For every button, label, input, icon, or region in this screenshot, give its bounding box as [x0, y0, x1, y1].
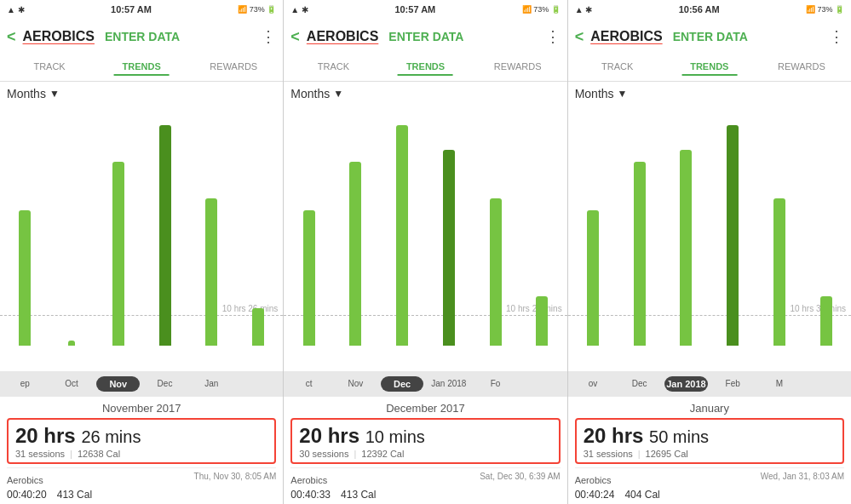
bar-item-3[interactable] [427, 100, 470, 346]
bar-item-3[interactable] [711, 100, 755, 346]
last-entry-cal: 413 Cal [341, 489, 376, 501]
months-dropdown-arrow[interactable]: ▼ [333, 88, 343, 100]
month-label-3[interactable]: Feb [711, 379, 755, 388]
month-labels-row: epOctNovDecJan [0, 371, 283, 397]
months-label: Months [290, 87, 330, 100]
month-labels-row: ctNovDecJan 2018Fo [284, 371, 566, 397]
back-button[interactable]: < [575, 28, 584, 46]
more-options-button[interactable]: ⋮ [261, 27, 276, 46]
status-bar: ▲ ✱ 10:56 AM 📶 73% 🔋 [568, 0, 851, 19]
cal-count: 12392 Cal [361, 449, 404, 459]
detail-sub: 31 sessions | 12638 Cal [15, 449, 267, 459]
tab-track[interactable]: TRACK [3, 61, 95, 75]
sessions-count: 30 sessions [299, 449, 348, 459]
bar-item-4[interactable] [758, 100, 802, 346]
chart-area: 10 hrs 32 mins [568, 100, 851, 371]
bar-0 [303, 210, 315, 345]
month-label-0[interactable]: ep [3, 379, 47, 388]
tab-rewards[interactable]: REWARDS [756, 61, 848, 75]
status-bar: ▲ ✱ 10:57 AM 📶 73% 🔋 [0, 0, 283, 19]
month-label-4[interactable]: Jan [190, 379, 233, 388]
status-left: ▲ ✱ [7, 5, 25, 14]
enter-data-button[interactable]: ENTER DATA [388, 30, 463, 43]
tab-trends[interactable]: TRENDS [664, 61, 756, 75]
detail-sub: 31 sessions | 12695 Cal [584, 449, 836, 459]
detail-section: November 2017 20 hrs 26 mins 31 sessions… [0, 397, 283, 504]
more-options-button[interactable]: ⋮ [829, 27, 844, 46]
header: < AEROBICS ENTER DATA ⋮ [568, 19, 851, 54]
sessions-count: 31 sessions [15, 449, 65, 459]
last-entry-cal: 413 Cal [57, 489, 92, 501]
detail-box: 20 hrs 50 mins 31 sessions | 12695 Cal [575, 418, 844, 464]
bar-5 [536, 296, 548, 346]
month-label-0[interactable]: ov [572, 379, 615, 388]
month-label-3[interactable]: Jan 2018 [427, 379, 470, 388]
bar-2 [112, 162, 124, 346]
sessions-count: 31 sessions [584, 449, 633, 459]
bar-item-4[interactable] [190, 100, 233, 346]
bar-item-1[interactable] [334, 100, 377, 346]
detail-box: 20 hrs 26 mins 31 sessions | 12638 Cal [7, 418, 276, 464]
bar-1 [634, 162, 646, 346]
month-label-2[interactable]: Nov [96, 376, 140, 392]
month-label-2[interactable]: Dec [381, 376, 424, 392]
bar-item-2[interactable] [381, 100, 424, 346]
enter-data-button[interactable]: ENTER DATA [673, 30, 748, 43]
bar-3 [727, 125, 739, 346]
detail-mins: 26 mins [81, 427, 141, 446]
bar-0 [19, 210, 31, 345]
separator: | [638, 449, 641, 459]
tab-track[interactable]: TRACK [287, 61, 379, 75]
month-label-2[interactable]: Jan 2018 [664, 376, 708, 392]
header: < AEROBICS ENTER DATA ⋮ [284, 19, 566, 54]
last-entry: Aerobics Wed, Jan 31, 8:03 AM 00:40:24 4… [575, 467, 844, 501]
last-entry-header: Aerobics Sat, Dec 30, 6:39 AM [290, 472, 560, 487]
tab-track[interactable]: TRACK [572, 61, 664, 75]
more-options-button[interactable]: ⋮ [545, 27, 561, 46]
bar-5 [820, 296, 832, 346]
back-button[interactable]: < [290, 28, 300, 46]
months-row: Months ▼ [568, 82, 851, 100]
bar-item-5[interactable] [804, 100, 848, 346]
detail-main-time: 20 hrs 50 mins [584, 425, 836, 447]
bar-item-0[interactable] [572, 100, 615, 346]
status-left: ▲ ✱ [290, 5, 308, 14]
detail-hrs: 20 hrs [584, 424, 644, 447]
last-entry-header: Aerobics Wed, Jan 31, 8:03 AM [575, 472, 844, 487]
months-dropdown-arrow[interactable]: ▼ [618, 88, 628, 100]
month-label-1[interactable]: Oct [50, 379, 94, 388]
bar-item-3[interactable] [143, 100, 187, 346]
panel-1: ▲ ✱ 10:57 AM 📶 73% 🔋 < AEROBICS ENTER DA… [0, 0, 284, 504]
bar-5 [252, 308, 264, 345]
bar-item-0[interactable] [3, 100, 47, 346]
panel-2: ▲ ✱ 10:57 AM 📶 73% 🔋 < AEROBICS ENTER DA… [284, 0, 567, 504]
month-label-4[interactable]: Fo [474, 379, 517, 388]
bar-item-4[interactable] [474, 100, 517, 346]
tab-trends[interactable]: TRENDS [95, 61, 187, 75]
bar-item-0[interactable] [287, 100, 331, 346]
back-button[interactable]: < [7, 28, 16, 46]
month-label-3[interactable]: Dec [143, 379, 187, 388]
bars-container [568, 100, 851, 346]
bar-item-2[interactable] [664, 100, 708, 346]
bar-1 [68, 341, 75, 346]
last-entry-duration: 00:40:24 [575, 489, 615, 501]
month-label-4[interactable]: M [758, 379, 802, 388]
tab-rewards[interactable]: REWARDS [187, 61, 279, 75]
month-label-0[interactable]: ct [287, 379, 331, 388]
bar-item-1[interactable] [618, 100, 661, 346]
tab-rewards[interactable]: REWARDS [472, 61, 564, 75]
month-label-1[interactable]: Nov [334, 379, 377, 388]
bar-item-1[interactable] [50, 100, 94, 346]
months-dropdown-arrow[interactable]: ▼ [49, 88, 60, 100]
status-time: 10:57 AM [394, 4, 435, 14]
bar-item-2[interactable] [96, 100, 140, 346]
enter-data-button[interactable]: ENTER DATA [105, 30, 180, 43]
bar-item-5[interactable] [237, 100, 280, 346]
month-label-1[interactable]: Dec [618, 379, 661, 388]
months-label: Months [7, 87, 46, 100]
tab-trends[interactable]: TRENDS [379, 61, 471, 75]
last-entry-title: Aerobics [290, 475, 327, 485]
bars-container [0, 100, 283, 346]
bar-item-5[interactable] [520, 100, 564, 346]
